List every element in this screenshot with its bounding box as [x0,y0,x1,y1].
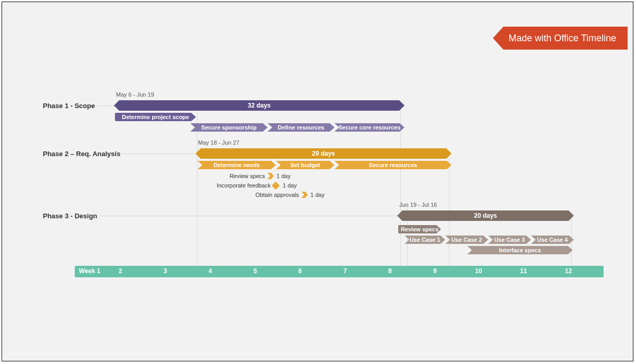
phase-duration: 29 days [312,150,335,157]
task-label: Use Case 3 [494,237,525,243]
phase-bar: 29 days [195,148,452,159]
task-label: Determine needs [214,162,260,168]
task-bar: Set budget [276,161,334,169]
task-bar: Review specs [398,225,441,233]
task-bar: Use Case 3 [488,236,531,244]
phase-daterange: Jun 19 - Jul 16 [399,202,437,208]
task-label: Secure resources [369,162,417,168]
gantt-chart: Phase 1 - Scope May 6 - Jun 19 32 days D… [2,2,633,361]
slide-frame: Made with Office Timeline Phase 1 - Scop… [2,2,633,361]
task-label: Secure core resources [339,124,401,131]
task-label: Use Case 4 [537,237,568,243]
task-bar: Determine needs [198,161,276,169]
week-label: 12 [565,267,572,275]
phase-duration: 32 days [248,102,271,109]
task-bar: Secure resources [334,161,452,169]
week-label: 5 [253,267,257,275]
week-label: Week 1 [79,267,100,275]
week-label: 4 [209,267,212,275]
week-label: 10 [475,267,482,275]
task-bar: Define resources [268,123,334,132]
task-bar: Secure sponsorship [190,123,268,132]
milestone-label: Review specs [226,173,265,179]
task-bar: Determine project scope [115,113,196,121]
phase-bar: 20 days [397,210,574,221]
milestone-label: Obtain approvals [248,192,299,198]
phase-duration: 20 days [474,212,497,219]
task-label: Secure sponsorship [201,124,257,131]
milestone-row: Obtain approvals 1 day [248,190,325,199]
week-label: 11 [520,267,527,275]
task-label: Set budget [291,162,320,168]
diamond-icon [272,181,280,190]
week-label: 3 [164,267,167,275]
chevron-icon [301,191,308,198]
milestone-duration: 1 day [283,182,297,189]
milestone-duration: 1 day [276,173,291,179]
week-label: 9 [433,267,437,275]
week-label: 7 [343,267,347,275]
phase-label: Phase 1 - Scope [43,102,95,110]
chevron-icon [267,172,274,180]
milestone-duration: 1 day [310,192,325,198]
week-label: 2 [119,267,122,275]
task-label: Review specs [401,226,438,232]
week-label: 6 [298,267,302,275]
task-bar: Secure core resources [334,123,404,132]
phase-label: Phase 3 - Design [43,212,97,220]
task-label: Use Case 2 [452,237,482,243]
phase-label: Phase 2 – Req. Analysis [43,150,120,158]
leader-line [99,216,397,216]
task-bar: Use Case 4 [531,236,574,244]
week-axis: Week 1 2 3 4 5 6 7 8 9 10 11 12 [75,266,604,277]
phase-daterange: May 18 - Jun 27 [198,139,239,146]
task-bar: Interface specs [467,246,573,254]
task-bar: Use Case 2 [445,236,488,244]
task-label: Interface specs [499,247,541,253]
milestone-label: Incorporate feedback [209,182,271,189]
task-label: Determine project scope [122,114,189,120]
task-bar: Use Case 1 [404,236,445,244]
milestone-row: Review specs 1 day [226,171,291,181]
milestone-row: Incorporate feedback 1 day [209,181,297,190]
week-label: 8 [388,267,392,275]
phase-bar: 32 days [114,100,404,111]
phase-daterange: May 6 - Jun 19 [116,91,154,98]
leader-line [114,154,195,154]
task-label: Use Case 1 [410,237,441,243]
task-label: Define resources [277,124,324,131]
